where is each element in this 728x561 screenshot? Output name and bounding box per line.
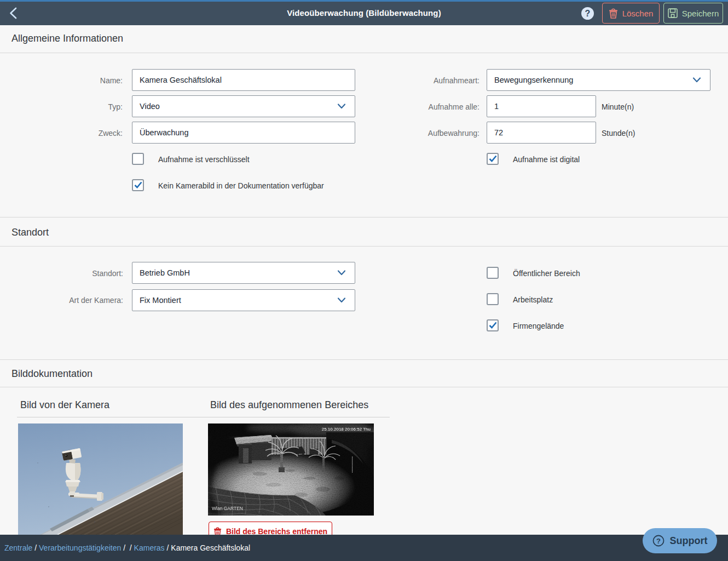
svg-text:?: ? (656, 537, 661, 545)
svg-text:Wlan GARTEN: Wlan GARTEN (212, 506, 243, 511)
svg-text:25.10.2018 20:06:52 Thu: 25.10.2018 20:06:52 Thu (322, 427, 371, 432)
